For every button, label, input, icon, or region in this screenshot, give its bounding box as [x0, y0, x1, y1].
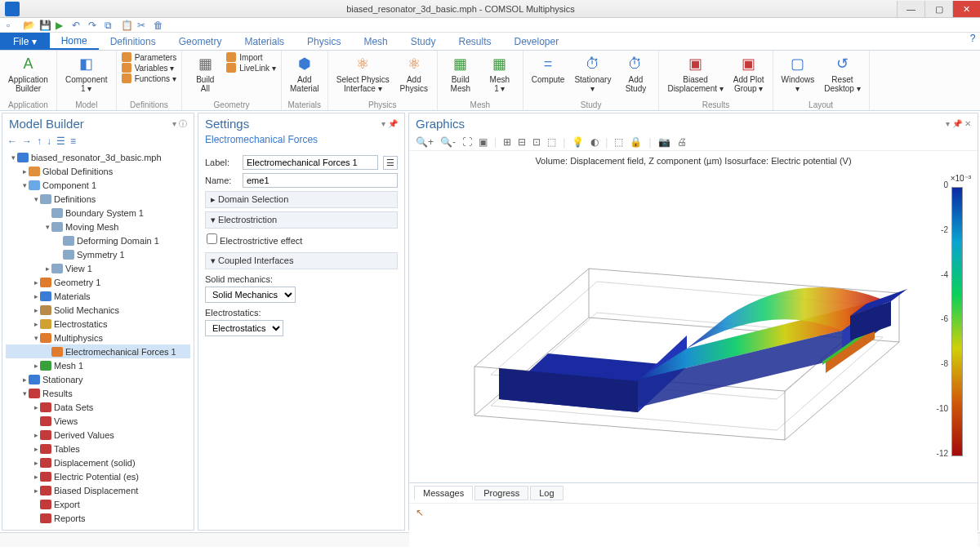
- ribbon-parameters[interactable]: Parameters: [122, 52, 177, 62]
- zoom-extents-icon[interactable]: ⛶: [462, 136, 472, 148]
- domain-selection-section[interactable]: ▸ Domain Selection: [205, 191, 398, 208]
- zoom-in-icon[interactable]: 🔍+: [416, 136, 434, 148]
- tab-study[interactable]: Study: [399, 33, 448, 50]
- ribbon-build-all[interactable]: ▦BuildAll: [187, 52, 223, 95]
- tab-developer[interactable]: Developer: [502, 33, 570, 50]
- help-button[interactable]: ?: [965, 33, 980, 50]
- tree-electric-potential-es-[interactable]: ▸Electric Potential (es): [6, 469, 190, 483]
- ribbon-add-material[interactable]: ⬢AddMaterial: [287, 52, 323, 95]
- ribbon-compute[interactable]: =Compute: [528, 52, 568, 86]
- name-input[interactable]: [243, 173, 398, 188]
- ribbon-variables-[interactable]: Variables ▾: [122, 63, 177, 73]
- tree-data-sets[interactable]: ▸Data Sets: [6, 400, 190, 414]
- nav-up-icon[interactable]: ↑: [37, 136, 42, 147]
- cut-icon[interactable]: ✂: [137, 20, 149, 31]
- undo-icon[interactable]: ↶: [72, 20, 83, 31]
- ribbon-mesh-1-[interactable]: ▦Mesh1 ▾: [482, 52, 518, 95]
- label-input[interactable]: [243, 155, 378, 170]
- zoom-box-icon[interactable]: ▣: [479, 136, 488, 148]
- transparency-icon[interactable]: ◐: [590, 136, 599, 148]
- paste-icon[interactable]: 📋: [121, 20, 132, 31]
- bottom-tab-messages[interactable]: Messages: [414, 486, 473, 500]
- electrostrictive-checkbox-label[interactable]: Electrostrictive effect: [207, 236, 302, 246]
- electrostatics-select[interactable]: Electrostatics: [205, 320, 283, 336]
- tree-tables[interactable]: ▸Tables: [6, 442, 190, 455]
- tree-geometry-1[interactable]: ▸Geometry 1: [6, 275, 190, 289]
- tab-home[interactable]: Home: [50, 33, 99, 50]
- ribbon-application-builder[interactable]: AApplicationBuilder: [5, 52, 51, 95]
- tree-materials[interactable]: ▸Materials: [6, 289, 190, 303]
- tab-results[interactable]: Results: [447, 33, 502, 50]
- tree-definitions[interactable]: ▾Definitions: [6, 192, 190, 206]
- ribbon-add-plot-group-[interactable]: ▣Add PlotGroup ▾: [730, 52, 768, 95]
- tree-biased-resonator-3d-basic-mph[interactable]: ▾biased_resonator_3d_basic.mph: [6, 150, 190, 164]
- tree-global-definitions[interactable]: ▸Global Definitions: [6, 164, 190, 178]
- bottom-tab-progress[interactable]: Progress: [474, 486, 528, 500]
- print-icon[interactable]: 🖨: [677, 136, 687, 148]
- ribbon-select-physics-interface-[interactable]: ⚛Select PhysicsInterface ▾: [333, 52, 393, 95]
- file-menu-button[interactable]: File ▾: [0, 33, 50, 50]
- ribbon-windows-[interactable]: ▢Windows▾: [778, 52, 818, 95]
- tree-views[interactable]: Views: [6, 414, 190, 428]
- tree-biased-displacement[interactable]: ▸Biased Displacement: [6, 483, 190, 497]
- tab-definitions[interactable]: Definitions: [99, 33, 167, 50]
- zoom-out-icon[interactable]: 🔍-: [440, 136, 456, 148]
- tree-multiphysics[interactable]: ▾Multiphysics: [6, 331, 190, 344]
- bottom-tab-log[interactable]: Log: [530, 486, 563, 500]
- tree-component-1[interactable]: ▾Component 1: [6, 178, 190, 192]
- tree-view-1[interactable]: ▸View 1: [6, 261, 190, 275]
- open-icon[interactable]: 📂: [23, 20, 34, 31]
- ribbon-livelink-[interactable]: LiveLink ▾: [226, 63, 275, 73]
- tree-boundary-system-1[interactable]: Boundary System 1: [6, 206, 190, 220]
- tree-deforming-domain-1[interactable]: Deforming Domain 1: [6, 233, 190, 247]
- xz-view-icon[interactable]: ⊡: [532, 136, 541, 148]
- ribbon-reset-desktop-[interactable]: ↺ResetDesktop ▾: [821, 52, 863, 95]
- ribbon-component-1-[interactable]: ◧Component1 ▾: [62, 52, 111, 95]
- minimize-button[interactable]: —: [897, 1, 924, 17]
- scene-light-icon[interactable]: 💡: [572, 136, 584, 148]
- ribbon-add-study[interactable]: ⏱AddStudy: [617, 52, 653, 95]
- tree-export[interactable]: Export: [6, 497, 190, 511]
- tree-symmetry-1[interactable]: Symmetry 1: [6, 247, 190, 261]
- electrostriction-section[interactable]: ▾ Electrostriction: [205, 211, 398, 229]
- ribbon-build-mesh[interactable]: ▦BuildMesh: [443, 52, 479, 95]
- ribbon-add-physics[interactable]: ⚛AddPhysics: [396, 52, 432, 95]
- nav-down-icon[interactable]: ↓: [47, 136, 51, 147]
- coupled-interfaces-section[interactable]: ▾ Coupled Interfaces: [205, 252, 398, 269]
- default-view-icon[interactable]: ⬚: [547, 136, 556, 148]
- model-tree[interactable]: ▾biased_resonator_3d_basic.mph▸Global De…: [2, 149, 194, 530]
- tab-physics[interactable]: Physics: [296, 33, 352, 50]
- tree-reports[interactable]: Reports: [6, 511, 190, 525]
- nav-back-icon[interactable]: ←: [7, 136, 17, 147]
- delete-icon[interactable]: 🗑: [154, 20, 165, 31]
- select-icon[interactable]: ⬚: [614, 136, 623, 148]
- lock-icon[interactable]: 🔒: [630, 136, 642, 148]
- tree-results[interactable]: ▾Results: [6, 386, 190, 400]
- xy-view-icon[interactable]: ⊞: [503, 136, 511, 148]
- tree-electrostatics[interactable]: ▸Electrostatics: [6, 317, 190, 331]
- yz-view-icon[interactable]: ⊟: [518, 136, 526, 148]
- ribbon-stationary-[interactable]: ⏱Stationary▾: [571, 52, 614, 95]
- tree-displacement-solid-[interactable]: ▸Displacement (solid): [6, 455, 190, 469]
- tree-derived-values[interactable]: ▸Derived Values: [6, 428, 190, 442]
- tree-moving-mesh[interactable]: ▾Moving Mesh: [6, 220, 190, 233]
- tab-materials[interactable]: Materials: [233, 33, 296, 50]
- snapshot-icon[interactable]: 📷: [658, 136, 670, 148]
- redo-icon[interactable]: ↷: [88, 20, 100, 31]
- nav-fwd-icon[interactable]: →: [22, 136, 32, 147]
- save-icon[interactable]: 💾: [39, 20, 51, 31]
- ribbon-import[interactable]: Import: [226, 52, 275, 62]
- close-button[interactable]: ✕: [952, 1, 980, 17]
- collapse-icon[interactable]: ☰: [56, 136, 65, 147]
- tree-stationary[interactable]: ▸Stationary: [6, 372, 190, 386]
- electrostrictive-checkbox[interactable]: [207, 233, 217, 244]
- tree-electromechanical-forces-1[interactable]: Electromechanical Forces 1: [6, 344, 190, 358]
- new-icon[interactable]: ▫: [7, 20, 18, 31]
- expand-icon[interactable]: ≡: [70, 136, 76, 147]
- tree-mesh-1[interactable]: ▸Mesh 1: [6, 358, 190, 372]
- copy-icon[interactable]: ⧉: [105, 20, 116, 31]
- label-options-icon[interactable]: ☰: [383, 156, 398, 170]
- ribbon-biased-displacement-[interactable]: ▣BiasedDisplacement ▾: [664, 52, 726, 95]
- solid-mechanics-select[interactable]: Solid Mechanics: [205, 287, 296, 303]
- maximize-button[interactable]: ▢: [924, 1, 952, 17]
